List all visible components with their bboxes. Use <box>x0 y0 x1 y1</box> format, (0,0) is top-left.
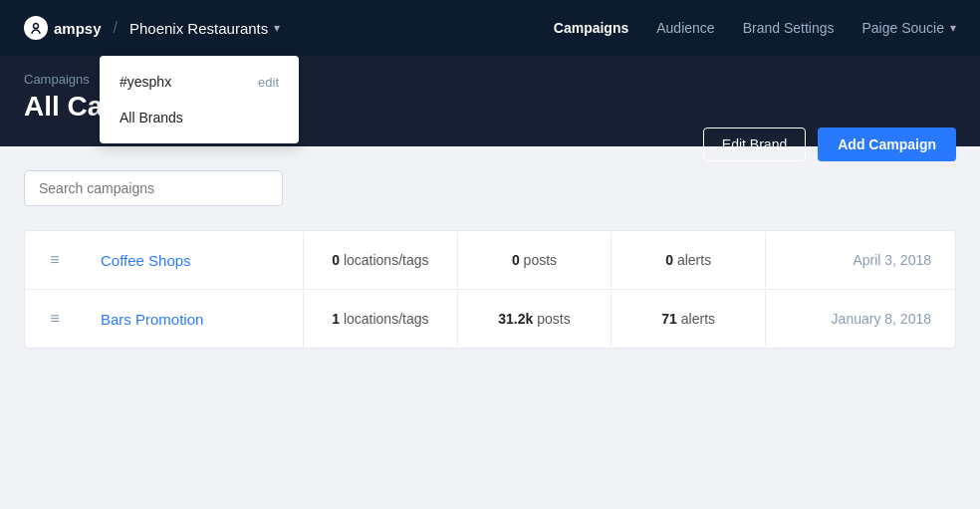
brand-selector[interactable]: Phoenix Restaurants ▾ <box>129 20 280 37</box>
campaign-date-2: January 8, 2018 <box>766 291 955 347</box>
search-bar-container <box>24 170 956 206</box>
top-nav: ampsy / Phoenix Restaurants ▾ Campaigns … <box>0 0 980 56</box>
nav-campaigns[interactable]: Campaigns <box>554 20 628 36</box>
sub-header-actions: Edit Brand Add Campaign <box>703 127 956 161</box>
locations-count-2: 1 <box>332 311 340 327</box>
campaign-locations-1: 0 locations/tags <box>304 232 458 288</box>
table-row: ≡ Bars Promotion 1 locations/tags 31.2k … <box>25 290 955 348</box>
nav-brand-settings[interactable]: Brand Settings <box>743 20 835 36</box>
alerts-count-2: 71 <box>661 311 677 327</box>
campaign-posts-2: 31.2k posts <box>458 291 612 347</box>
campaign-alerts-2: 71 alerts <box>612 291 766 347</box>
handle-icon: ≡ <box>50 251 59 269</box>
dropdown-hashtag-item[interactable]: #yesphx edit <box>100 64 299 100</box>
logo-text: ampsy <box>54 20 102 37</box>
dropdown-hashtag: #yesphx <box>120 74 171 90</box>
brand-name: Phoenix Restaurants <box>129 20 268 37</box>
svg-point-0 <box>34 24 39 29</box>
nav-user[interactable]: Paige Soucie ▾ <box>861 20 956 36</box>
alerts-count-1: 0 <box>665 252 673 268</box>
handle-icon: ≡ <box>50 310 59 328</box>
brand-dropdown: #yesphx edit All Brands <box>100 56 299 143</box>
posts-count-1: 0 <box>512 252 520 268</box>
nav-separator: / <box>114 19 118 37</box>
user-name: Paige Soucie <box>861 20 944 36</box>
chevron-down-icon: ▾ <box>274 21 280 35</box>
campaign-name-1[interactable]: Coffee Shops <box>85 232 304 289</box>
dropdown-edit-link[interactable]: edit <box>258 75 279 90</box>
locations-count-1: 0 <box>332 252 340 268</box>
table-row: ≡ Coffee Shops 0 locations/tags 0 posts … <box>25 231 955 290</box>
logo-icon <box>24 16 48 40</box>
row-handle-2[interactable]: ≡ <box>25 290 85 348</box>
nav-right: Campaigns Audience Brand Settings Paige … <box>554 20 956 36</box>
posts-count-2: 31.2k <box>498 311 533 327</box>
row-handle-1[interactable]: ≡ <box>25 231 85 289</box>
campaigns-table: ≡ Coffee Shops 0 locations/tags 0 posts … <box>24 230 956 349</box>
campaign-posts-1: 0 posts <box>458 232 612 288</box>
main-content: ≡ Coffee Shops 0 locations/tags 0 posts … <box>0 146 980 373</box>
search-input[interactable] <box>24 170 283 206</box>
campaign-alerts-1: 0 alerts <box>612 232 766 288</box>
campaign-name-2[interactable]: Bars Promotion <box>85 291 304 348</box>
user-chevron-icon: ▾ <box>950 21 956 35</box>
ampsy-logo[interactable]: ampsy <box>24 16 102 40</box>
campaign-locations-2: 1 locations/tags <box>304 291 458 347</box>
edit-brand-button[interactable]: Edit Brand <box>703 127 806 161</box>
nav-left: ampsy / Phoenix Restaurants ▾ <box>24 16 280 40</box>
dropdown-all-brands-item[interactable]: All Brands <box>100 100 299 135</box>
campaign-date-1: April 3, 2018 <box>766 232 955 288</box>
nav-audience[interactable]: Audience <box>656 20 714 36</box>
add-campaign-button[interactable]: Add Campaign <box>818 127 956 161</box>
